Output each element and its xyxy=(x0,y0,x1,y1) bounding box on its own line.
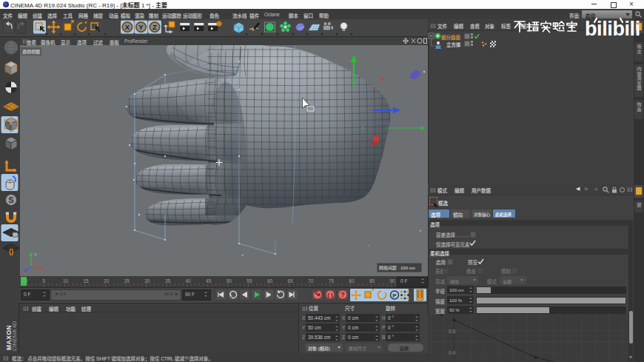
svg-text:P: P xyxy=(392,292,397,299)
svg-text:Y: Y xyxy=(34,252,37,257)
svg-text:{): {) xyxy=(9,248,13,255)
svg-text:bilibili: bilibili xyxy=(585,18,640,37)
svg-text:Z: Z xyxy=(152,23,157,31)
svg-text:0.4: 0.4 xyxy=(449,350,455,355)
svg-text:X: X xyxy=(125,23,130,31)
svg-text:Y: Y xyxy=(138,23,144,31)
svg-text:?: ? xyxy=(341,291,345,298)
svg-text:S: S xyxy=(8,195,13,204)
svg-text:0.8: 0.8 xyxy=(449,329,455,334)
svg-text:( ): ( ) xyxy=(327,292,333,298)
